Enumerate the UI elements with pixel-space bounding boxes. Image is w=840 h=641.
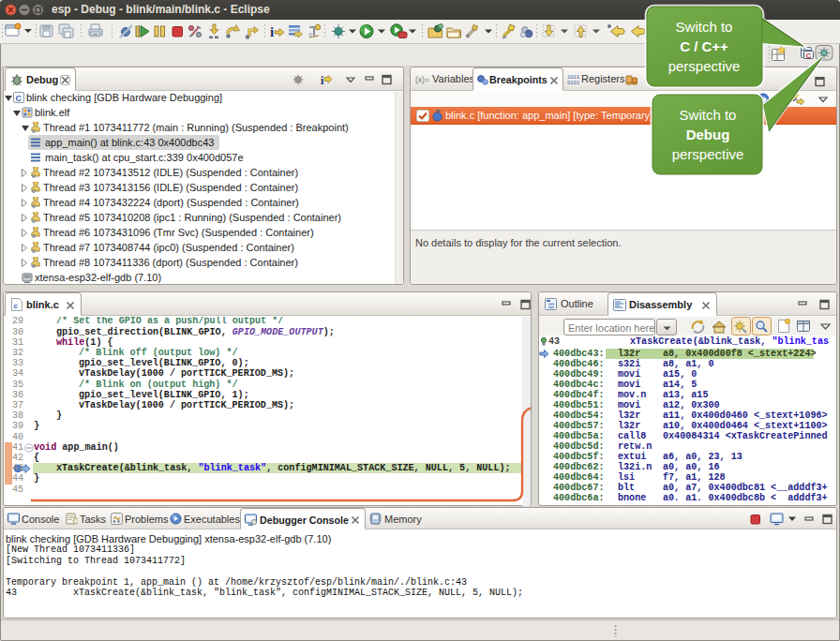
svg-text:C / C++: C / C++	[680, 38, 728, 54]
svg-text:i: i	[270, 24, 274, 39]
svg-text:Switch to: Switch to	[680, 107, 737, 123]
svg-text:Debug: Debug	[686, 127, 730, 142]
svg-text:perspective: perspective	[672, 146, 744, 162]
svg-text:i: i	[321, 74, 324, 87]
svg-text:C: C	[16, 94, 22, 103]
svg-text:c: c	[14, 302, 19, 310]
svg-text:perspective: perspective	[668, 58, 741, 74]
svg-text:(x)=: (x)=	[415, 75, 429, 84]
svg-text:Switch to: Switch to	[676, 19, 733, 35]
svg-text:0101: 0101	[567, 80, 579, 85]
